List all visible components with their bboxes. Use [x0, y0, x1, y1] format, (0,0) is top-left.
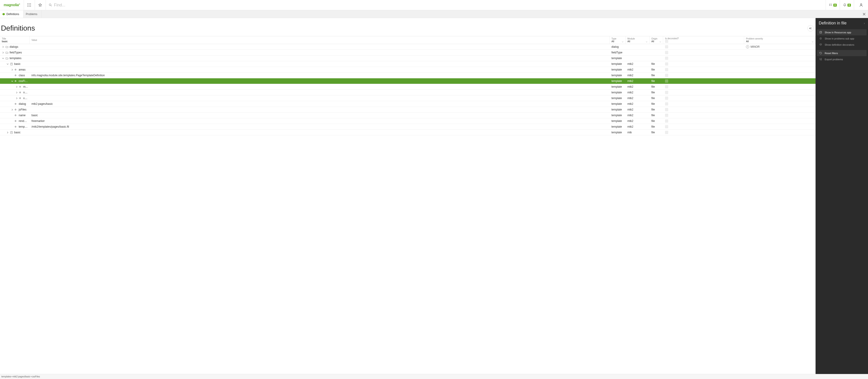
cell-module: mtk2: [626, 91, 650, 94]
expander-icon[interactable]: [1, 52, 5, 54]
cell-module: mtk2: [626, 125, 650, 128]
svg-point-4: [29, 5, 30, 5]
col-type[interactable]: Type All⌵: [610, 36, 626, 44]
col-title[interactable]: Title: [0, 36, 30, 44]
severity-icon: !: [746, 45, 749, 49]
table-row[interactable]: basictemplatemtk2file: [0, 61, 815, 67]
decorated-indicator: [665, 96, 668, 100]
table-row[interactable]: templatestemplate: [0, 56, 815, 61]
col-severity[interactable]: Problem severity All⌵: [744, 36, 815, 44]
cell-origin: file: [650, 96, 663, 100]
logo[interactable]: magnolia®: [0, 0, 24, 10]
cell-type: template: [610, 108, 626, 111]
tab-definitions[interactable]: Definitions: [0, 10, 24, 18]
main: Definitions Title Value Type All⌵ M: [0, 18, 868, 374]
col-origin[interactable]: Origin All⌵: [650, 36, 663, 44]
cell-module: mtk2: [626, 96, 650, 100]
action-export-problems: Export problems: [817, 56, 867, 62]
cell-title: basic: [0, 62, 30, 65]
expander-icon[interactable]: [15, 86, 18, 88]
collapse-panel-icon[interactable]: [807, 25, 814, 31]
row-title: normalize: [23, 91, 28, 94]
table-row[interactable]: areastemplatemtk2file: [0, 67, 815, 72]
action-show-in-resources-app[interactable]: Show in Resources app: [817, 29, 867, 35]
cell-title: fieldTypes: [0, 51, 30, 54]
cell-title: normalize: [0, 91, 30, 94]
col-decorated[interactable]: Is decorated?: [663, 36, 744, 44]
chevron-right-icon[interactable]: ›: [864, 22, 865, 25]
cell-origin: file: [650, 80, 663, 83]
action-reset-filters[interactable]: Reset filters: [817, 50, 867, 56]
table-row[interactable]: templateScript/mtk2/templates/pages/basi…: [0, 124, 815, 130]
expander-icon[interactable]: [15, 97, 18, 99]
expander-icon[interactable]: [6, 132, 9, 134]
title-filter-input[interactable]: [2, 40, 28, 43]
cell-origin: file: [650, 108, 663, 111]
expander-icon[interactable]: [1, 57, 5, 59]
decorated-indicator: [665, 68, 668, 71]
expander-icon[interactable]: [1, 46, 5, 48]
expander-icon[interactable]: [10, 80, 14, 82]
cell-module: mtk2: [626, 68, 650, 71]
col-value[interactable]: Value: [30, 36, 610, 44]
row-title: templates: [9, 57, 22, 60]
svg-point-22: [20, 86, 21, 87]
table-row[interactable]: normalizetemplatemtk2file: [0, 90, 815, 95]
expander-icon[interactable]: [15, 92, 18, 94]
table-row[interactable]: classinfo.magnolia.module.site.templates…: [0, 72, 815, 78]
table-row[interactable]: cssFilestemplatemtk2file: [0, 78, 815, 84]
expander-icon[interactable]: [10, 69, 14, 71]
svg-point-3: [28, 5, 28, 5]
expander-icon[interactable]: [10, 109, 14, 111]
cell-title: areas: [0, 68, 30, 71]
table-row[interactable]: dialogmtk2:pages/basictemplatemtk2file: [0, 101, 815, 107]
cell-title: video: [0, 96, 30, 100]
expander-icon[interactable]: [6, 63, 9, 65]
table-row[interactable]: basictemplatemtkfile: [0, 130, 815, 136]
decorated-filter-checkbox[interactable]: [665, 40, 668, 43]
col-module[interactable]: Module All⌵: [626, 36, 650, 44]
reset-icon: [819, 52, 823, 55]
cell-decorated: [663, 57, 744, 60]
tab-label: Problems: [26, 12, 37, 16]
table-row[interactable]: dialogsdialog!MINOR: [0, 44, 815, 50]
cell-decorated: [663, 74, 744, 77]
tasks-icon[interactable]: 0: [826, 0, 840, 10]
search-input[interactable]: [54, 3, 823, 7]
chevron-down-icon: ⌵: [646, 40, 648, 43]
action-show-in-problems-sub-app: Show in problems sub app: [817, 35, 867, 41]
cell-decorated: [663, 108, 744, 111]
table-body: dialogsdialog!MINORfieldTypesfieldTypete…: [0, 44, 815, 374]
table-row[interactable]: namebasictemplatemtk2file: [0, 113, 815, 118]
notifications-icon[interactable]: 0: [840, 0, 854, 10]
table-row[interactable]: videotemplatemtk2file: [0, 95, 815, 101]
table-row[interactable]: jsFilestemplatemtk2file: [0, 107, 815, 113]
definitions-table: Title Value Type All⌵ Module All⌵ Origin…: [0, 36, 815, 374]
row-title: class: [19, 74, 25, 77]
decorated-indicator: [665, 80, 668, 83]
notifications-badge: 0: [847, 4, 851, 7]
row-title: name: [19, 114, 26, 117]
favorite-icon[interactable]: [35, 0, 46, 10]
row-title: video: [23, 96, 28, 100]
cell-title: name: [0, 114, 30, 117]
table-row[interactable]: maintemplatemtk2file: [0, 84, 815, 90]
decorated-indicator: [665, 108, 668, 111]
global-search[interactable]: [46, 0, 826, 10]
close-app-icon[interactable]: [860, 10, 868, 18]
cell-decorated: [663, 62, 744, 65]
svg-point-7: [29, 6, 30, 7]
table-row[interactable]: fieldTypesfieldType: [0, 50, 815, 56]
user-icon[interactable]: [854, 0, 868, 10]
svg-point-6: [28, 6, 28, 7]
apps-icon[interactable]: [24, 0, 35, 10]
table-row[interactable]: renderTypefreemarkertemplatemtk2file: [0, 118, 815, 124]
cell-title: templates: [0, 57, 30, 60]
def-icon: [10, 63, 13, 65]
cell-decorated: [663, 91, 744, 94]
row-title: areas: [19, 68, 26, 71]
tab-problems[interactable]: Problems: [24, 10, 42, 18]
node-icon: [14, 69, 18, 70]
cell-decorated: [663, 51, 744, 54]
top-bar: magnolia® 0 0: [0, 0, 868, 10]
